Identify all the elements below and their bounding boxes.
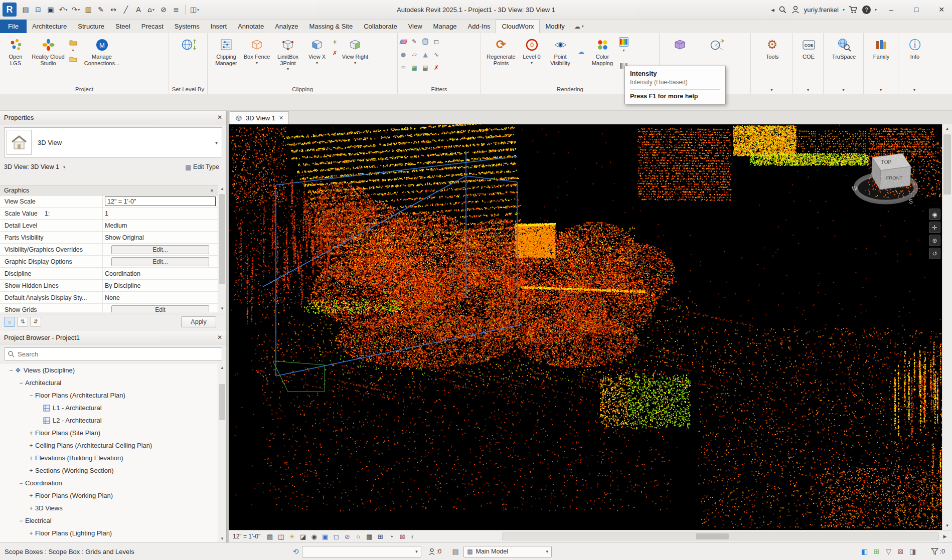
- reality-cloud-studio-button[interactable]: Reality Cloud Studio: [29, 35, 67, 66]
- add-fence-icon[interactable]: +: [330, 37, 340, 47]
- fit-pipe-icon[interactable]: ∿: [432, 50, 441, 60]
- editable-only-filter-icon[interactable]: ◧: [859, 546, 871, 557]
- properties-close-icon[interactable]: ✕: [217, 114, 222, 121]
- section-icon[interactable]: ⊘: [157, 3, 170, 16]
- box-fence-caret-icon[interactable]: ▾: [256, 61, 258, 65]
- type-selector-caret-icon[interactable]: ▾: [215, 140, 218, 145]
- worksets-icon[interactable]: ⟲: [290, 546, 302, 557]
- ribbon-tab-add-ins[interactable]: Add-Ins: [462, 20, 496, 33]
- save-icon[interactable]: ▣: [45, 3, 57, 16]
- property-row[interactable]: Visibility/Graphics OverridesEdit...: [0, 244, 218, 256]
- visual-style-icon[interactable]: ◫: [275, 531, 286, 541]
- maximize-button[interactable]: □: [906, 0, 927, 19]
- panel-flyout-coe[interactable]: ▾: [793, 85, 823, 94]
- tree-item-floor-plans-working[interactable]: +Floor Plans (Working Plan): [0, 489, 218, 502]
- property-row[interactable]: DisciplineCoordination: [0, 268, 218, 280]
- shadows-icon[interactable]: ◪: [297, 531, 308, 541]
- underlay-select-icon[interactable]: ▽: [883, 546, 895, 557]
- user-menu-caret-icon[interactable]: ▾: [843, 8, 845, 12]
- fit-pencil-icon[interactable]: ✎: [410, 37, 419, 47]
- color-mapping-button[interactable]: Color Mapping: [587, 35, 618, 66]
- thin-lines-icon[interactable]: ≡: [170, 3, 182, 16]
- viewcube[interactable]: W S TOP FRONT: [850, 145, 925, 216]
- scroll-right-icon[interactable]: ▶: [941, 532, 949, 540]
- limitbox-caret-icon[interactable]: ▾: [287, 67, 289, 71]
- panel-flyout-truspace[interactable]: ▾: [824, 85, 863, 94]
- measure-icon[interactable]: ✎: [95, 3, 107, 16]
- help-menu-caret-icon[interactable]: ▾: [875, 8, 877, 12]
- view-right-button[interactable]: View Right ▾: [341, 35, 370, 65]
- vg-overrides-edit-button[interactable]: Edit...: [111, 245, 209, 254]
- fit-steel-icon[interactable]: ≡: [399, 63, 408, 73]
- info-button[interactable]: ⓘ Info: [902, 35, 927, 60]
- temporary-view-properties-icon[interactable]: ▦: [364, 531, 375, 541]
- graphics-section-header[interactable]: Graphics ∧: [0, 185, 218, 196]
- panel-flyout-info[interactable]: ▾: [898, 85, 930, 94]
- ribbon-tab-modify[interactable]: Modify: [540, 20, 570, 33]
- collapse-search-icon[interactable]: ◂: [771, 6, 774, 14]
- fit-table-icon[interactable]: ▤: [421, 63, 430, 73]
- browser-close-icon[interactable]: ✕: [217, 334, 222, 341]
- selection-filter[interactable]: :0: [931, 548, 945, 555]
- show-constraints-icon[interactable]: ⊠: [397, 531, 408, 541]
- property-row[interactable]: Parts VisibilityShow Original: [0, 232, 218, 244]
- temporary-hide-isolate-icon[interactable]: ⊘: [342, 531, 353, 541]
- show-grids-edit-button[interactable]: Edit: [111, 305, 209, 313]
- tree-item-3d-views[interactable]: +3D Views: [0, 502, 218, 514]
- graphic-display-edit-button[interactable]: Edit...: [111, 257, 209, 266]
- fit-delete-icon[interactable]: ✗: [432, 63, 441, 73]
- view-x-caret-icon[interactable]: ▾: [316, 61, 318, 65]
- property-row[interactable]: View Scale12" = 1'-0": [0, 196, 218, 208]
- revit-logo-icon[interactable]: R: [3, 3, 17, 17]
- ribbon-tab-insert[interactable]: Insert: [205, 20, 233, 33]
- view-horizontal-scrollbar[interactable]: [502, 532, 939, 540]
- properties-scrollbar[interactable]: ▲ ▼: [218, 185, 226, 312]
- user-avatar-icon[interactable]: [791, 5, 800, 14]
- view-x-button[interactable]: View X ▾: [305, 35, 329, 65]
- ribbon-tab-cloudworx[interactable]: CloudWorx: [496, 20, 540, 33]
- scrollbar-thumb[interactable]: [943, 134, 951, 195]
- sort-ascending-icon[interactable]: ⇅: [17, 317, 28, 327]
- panel-flyout-family[interactable]: ▾: [864, 85, 898, 94]
- username[interactable]: yuriy.frenkel: [804, 6, 839, 14]
- search-icon[interactable]: [778, 6, 787, 14]
- ribbon-tab-manage[interactable]: Manage: [428, 20, 462, 33]
- property-row[interactable]: Show Hidden LinesBy Discipline: [0, 280, 218, 292]
- design-options-dropdown[interactable]: ▦ Main Model ▾: [463, 546, 552, 557]
- tree-item-l1[interactable]: L1 - Architectural: [0, 402, 218, 414]
- zoom-icon[interactable]: ⊕: [929, 235, 940, 246]
- reveal-hidden-elements-icon[interactable]: ○: [353, 531, 364, 541]
- property-row[interactable]: Show GridsEdit: [0, 304, 218, 312]
- ribbon-tab-architecture[interactable]: Architecture: [27, 20, 72, 33]
- open-icon[interactable]: ⊡: [32, 3, 44, 16]
- rewind-icon[interactable]: ↺: [929, 248, 940, 259]
- fit-eraser-icon[interactable]: [399, 37, 408, 47]
- view-scale-combo[interactable]: 12" = 1'-0": [105, 197, 216, 206]
- scroll-up-icon[interactable]: ▲: [218, 185, 226, 193]
- text-icon[interactable]: A: [132, 3, 144, 16]
- covered-ribbon-button-2[interactable]: [703, 35, 732, 53]
- dimension-icon[interactable]: ↔: [107, 3, 119, 16]
- tree-item-architectural[interactable]: −Architectural: [0, 377, 218, 389]
- collapse-control-bar-icon[interactable]: ‹: [408, 531, 417, 541]
- fit-grid-icon[interactable]: ▦: [410, 63, 419, 73]
- undo-icon[interactable]: ↶▾: [57, 3, 69, 16]
- family-button[interactable]: Family: [868, 35, 895, 60]
- pan-icon[interactable]: ✛: [929, 222, 940, 233]
- apply-button[interactable]: Apply: [181, 316, 216, 327]
- scroll-down-icon[interactable]: ▼: [942, 521, 952, 530]
- box-fence-button[interactable]: Box Fence ▾: [243, 35, 271, 65]
- level-caret-icon[interactable]: ▾: [531, 61, 533, 65]
- browser-scrollbar[interactable]: ▲ ▼: [218, 364, 226, 542]
- tree-item-electrical[interactable]: −Electrical: [0, 514, 218, 527]
- show-crop-region-icon[interactable]: ◻: [331, 531, 342, 541]
- scrollbar-thumb[interactable]: [219, 194, 225, 284]
- scrollbar-thumb[interactable]: [219, 384, 225, 420]
- close-button[interactable]: ✕: [931, 0, 952, 19]
- help-icon[interactable]: ?: [862, 6, 871, 14]
- view-right-caret-icon[interactable]: ▾: [354, 61, 356, 65]
- tree-item-floor-plans-arch[interactable]: −Floor Plans (Architectural Plan): [0, 389, 218, 402]
- worksharing-display-icon[interactable]: ◔: [386, 531, 397, 541]
- sort-descending-icon[interactable]: ⇵: [30, 317, 41, 327]
- modify-line-icon[interactable]: ╱: [120, 3, 132, 16]
